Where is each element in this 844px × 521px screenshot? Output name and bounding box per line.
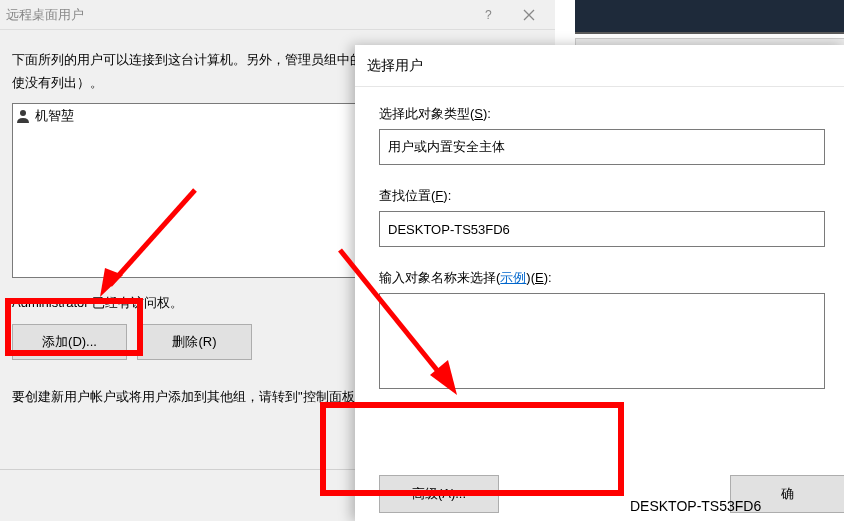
add-button[interactable]: 添加(D)... bbox=[12, 324, 127, 360]
object-name-input[interactable] bbox=[379, 293, 825, 389]
object-type-label: 选择此对象类型(S): bbox=[379, 105, 491, 123]
select-users-dialog: 选择用户 选择此对象类型(S): 用户或内置安全主体 查找位置(F): DESK… bbox=[355, 45, 844, 521]
dialog-titlebar: 选择用户 bbox=[355, 45, 844, 87]
desktop-name-label: DESKTOP-TS53FD6 bbox=[630, 498, 761, 514]
remove-button-label: 删除(R) bbox=[172, 333, 216, 351]
background-app-header bbox=[575, 0, 844, 34]
object-type-field: 用户或内置安全主体 bbox=[379, 129, 825, 165]
user-icon bbox=[15, 108, 31, 124]
help-button[interactable]: ? bbox=[469, 1, 509, 29]
dialog-titlebar: 远程桌面用户 ? bbox=[0, 0, 555, 30]
svg-text:?: ? bbox=[485, 9, 492, 21]
location-label: 查找位置(F): bbox=[379, 187, 451, 205]
ok-button-label: 确 bbox=[781, 485, 794, 503]
dialog-footer: 高级(A)... 确 bbox=[379, 475, 844, 513]
location-field: DESKTOP-TS53FD6 bbox=[379, 211, 825, 247]
close-button[interactable] bbox=[509, 1, 549, 29]
remove-button[interactable]: 删除(R) bbox=[137, 324, 252, 360]
user-name: 机智堃 bbox=[35, 107, 74, 125]
example-link[interactable]: 示例 bbox=[500, 270, 526, 285]
location-value: DESKTOP-TS53FD6 bbox=[388, 222, 510, 237]
object-type-value: 用户或内置安全主体 bbox=[388, 138, 505, 156]
svg-point-1 bbox=[20, 110, 26, 116]
dialog-title: 远程桌面用户 bbox=[6, 6, 469, 24]
advanced-button[interactable]: 高级(A)... bbox=[379, 475, 499, 513]
add-button-label: 添加(D)... bbox=[42, 333, 97, 351]
advanced-button-label: 高级(A)... bbox=[412, 485, 466, 503]
dialog-title: 选择用户 bbox=[367, 57, 423, 75]
object-name-label: 输入对象名称来选择(示例)(E): bbox=[379, 269, 552, 287]
